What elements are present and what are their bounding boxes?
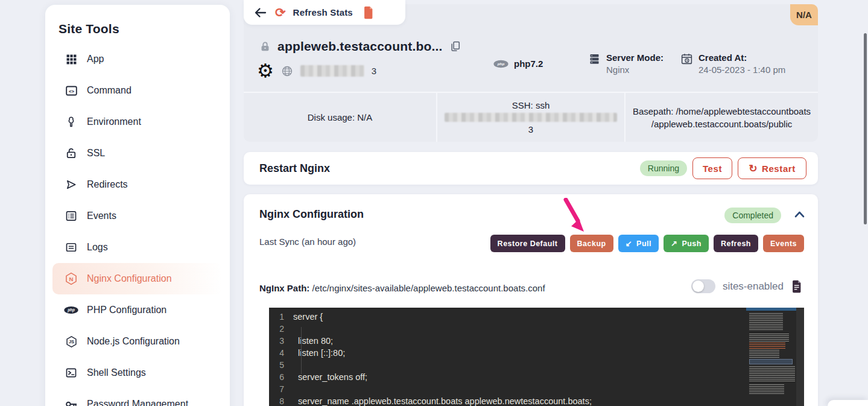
sidebar-item-redirects[interactable]: Redirects bbox=[52, 169, 223, 200]
refresh-stats-label: Refresh Stats bbox=[293, 7, 353, 17]
basepath-line1: Basepath: /home/applewebtestaccountboats bbox=[633, 105, 811, 118]
notification-popup bbox=[828, 400, 868, 406]
site-info-card: N/A appleweb.testaccount.bo... ⚙ 3 php p… bbox=[244, 4, 818, 142]
code-line: 7 bbox=[269, 383, 746, 395]
created-at-label: Created At: bbox=[699, 52, 785, 63]
sidebar-item-label: PHP Configuration bbox=[87, 305, 166, 316]
line-number: 5 bbox=[269, 359, 293, 371]
code-line: 1server { bbox=[269, 311, 746, 323]
line-number: 6 bbox=[269, 371, 293, 383]
refresh-button[interactable]: Refresh bbox=[714, 235, 758, 252]
sidebar-item-app[interactable]: App bbox=[52, 43, 223, 75]
push-button[interactable]: ↗ Push bbox=[664, 235, 709, 252]
sidebar-item-nginx-configuration[interactable]: N Nginx Configuration bbox=[52, 263, 223, 294]
restart-nginx-card: Restart Nginx Running Test ↻ Restart bbox=[244, 152, 818, 185]
basepath-cell: Basepath: /home/applewebtestaccountboats… bbox=[626, 93, 818, 142]
line-number: 8 bbox=[269, 395, 293, 406]
sidebar-item-label: Redirects bbox=[87, 179, 128, 190]
basepath-line2: /appleweb.testaccount.boats/public bbox=[651, 118, 793, 130]
editor-minimap[interactable] bbox=[746, 308, 796, 406]
svg-text:<>: <> bbox=[68, 88, 74, 94]
sidebar-item-command[interactable]: <> Command bbox=[52, 75, 223, 106]
sidebar-title: Site Tools bbox=[59, 22, 230, 36]
sidebar-item-logs[interactable]: Logs bbox=[52, 232, 223, 263]
sidebar-item-label: Events bbox=[87, 211, 116, 221]
line-number: 4 bbox=[269, 347, 293, 359]
minimap-lines-highlight bbox=[749, 343, 785, 349]
minimap-lines bbox=[749, 350, 779, 358]
minimap-lines bbox=[749, 334, 789, 341]
backup-button[interactable]: Backup bbox=[570, 235, 613, 252]
key-icon bbox=[64, 397, 78, 406]
events-button[interactable]: Events bbox=[763, 235, 804, 252]
nginx-path-value: /etc/nginx/sites-available/appleweb.test… bbox=[309, 283, 545, 293]
code-line: 2 bbox=[269, 323, 746, 335]
svg-text:php: php bbox=[67, 308, 75, 312]
code-icon: <> bbox=[64, 83, 78, 98]
pull-button-label: Pull bbox=[636, 239, 651, 248]
minimap-block bbox=[749, 359, 793, 364]
code-area[interactable]: 1server { 2 3 listen 80; 4 listen [::]:8… bbox=[269, 311, 746, 406]
nginx-card-title: Nginx Configuration bbox=[259, 208, 364, 221]
ssh-suffix: 3 bbox=[528, 124, 533, 135]
back-button[interactable] bbox=[253, 5, 271, 20]
grid-icon bbox=[64, 52, 78, 66]
page-scrollbar-thumb[interactable] bbox=[864, 33, 867, 224]
ssh-label: SSH: ssh bbox=[512, 100, 550, 110]
refresh-icon[interactable]: ⟳ bbox=[275, 6, 286, 19]
disk-usage: Disk usage: N/A bbox=[308, 112, 373, 122]
server-mode-label: Server Mode: bbox=[606, 52, 664, 63]
sidebar-item-password-management[interactable]: Password Management bbox=[52, 389, 223, 406]
sidebar-item-label: Logs bbox=[87, 242, 108, 253]
ssh-cell: SSH: ssh 3 bbox=[437, 93, 626, 142]
sidebar-item-label: Node.js Configuration bbox=[87, 336, 180, 347]
code-editor[interactable]: 1server { 2 3 listen 80; 4 listen [::]:8… bbox=[269, 308, 804, 406]
completed-status-badge: Completed bbox=[724, 208, 781, 223]
restart-card-title: Restart Nginx bbox=[259, 162, 330, 175]
sidebar-item-shell-settings[interactable]: Shell Settings bbox=[52, 357, 223, 389]
line-number: 1 bbox=[269, 311, 293, 323]
sites-enabled-toggle[interactable] bbox=[691, 279, 715, 293]
masked-ssh-command bbox=[445, 113, 617, 122]
sidebar-item-environment[interactable]: Environment bbox=[52, 106, 223, 138]
annotation-arrow bbox=[562, 198, 588, 235]
file-lines-icon[interactable] bbox=[791, 280, 802, 293]
last-sync-label: Last Sync (an hour ago) bbox=[259, 236, 356, 247]
chevron-up-icon[interactable] bbox=[794, 211, 805, 218]
pull-button[interactable]: ↙ Pull bbox=[618, 235, 659, 252]
indent-guide bbox=[301, 327, 302, 374]
copy-icon[interactable] bbox=[449, 40, 461, 52]
restore-default-button[interactable]: Restore Default bbox=[490, 235, 565, 252]
editor-scrollbar[interactable] bbox=[796, 308, 804, 406]
sidebar-item-php-configuration[interactable]: php PHP Configuration bbox=[52, 294, 223, 326]
redirect-icon bbox=[64, 177, 78, 192]
gear-wrench-icon[interactable]: ⚙ bbox=[257, 62, 274, 80]
sidebar-item-events[interactable]: Events bbox=[52, 200, 223, 232]
svg-text:php: php bbox=[497, 62, 505, 66]
restart-button[interactable]: ↻ Restart bbox=[738, 157, 806, 179]
sidebar-item-nodejs-configuration[interactable]: JS Node.js Configuration bbox=[52, 326, 223, 357]
code-text: server_tokens off; bbox=[293, 371, 367, 383]
php-version: php7.2 bbox=[514, 59, 543, 69]
nginx-icon: N bbox=[64, 271, 78, 286]
test-button[interactable]: Test bbox=[692, 157, 732, 179]
sidebar-item-label: Password Management bbox=[87, 399, 188, 406]
running-status-badge: Running bbox=[640, 160, 687, 176]
sidebar-item-label: SSL bbox=[87, 148, 105, 159]
status-badge-na: N/A bbox=[790, 4, 818, 25]
sidebar-item-ssl[interactable]: SSL bbox=[52, 138, 223, 169]
lock-icon bbox=[259, 41, 271, 52]
nginx-configuration-card: Nginx Configuration Completed Last Sync … bbox=[244, 194, 818, 406]
php-icon: php bbox=[64, 303, 78, 317]
nginx-path-label: NgInx Path: bbox=[259, 283, 309, 293]
file-icon[interactable] bbox=[363, 6, 374, 19]
svg-text:JS: JS bbox=[68, 339, 74, 344]
code-line: 4 listen [::]:80; bbox=[269, 347, 746, 359]
code-text: server { bbox=[293, 311, 323, 323]
code-line: 6 server_tokens off; bbox=[269, 371, 746, 383]
minimap-selection bbox=[746, 308, 796, 311]
code-line: 3 listen 80; bbox=[269, 335, 746, 347]
site-domain: appleweb.testaccount.bo... bbox=[277, 39, 443, 54]
code-text: server_name .appleweb.testaccount.boats … bbox=[293, 395, 592, 406]
sidebar-item-label: Nginx Configuration bbox=[87, 273, 172, 284]
